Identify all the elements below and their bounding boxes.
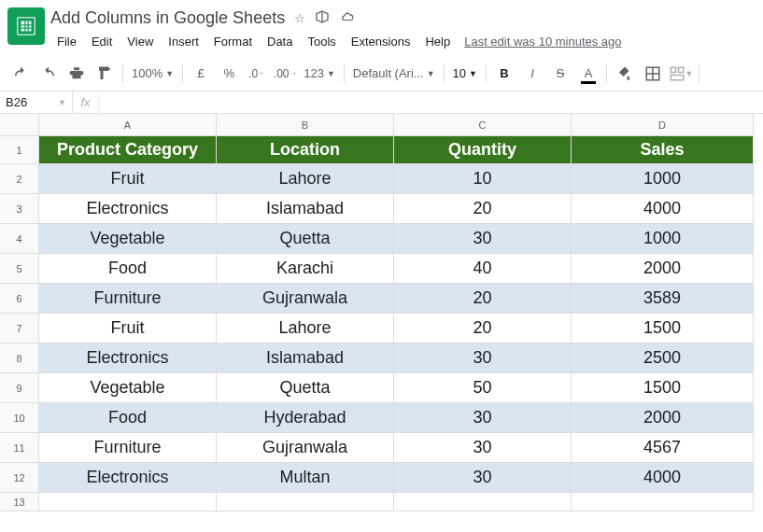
data-cell[interactable]: 30 <box>394 224 572 254</box>
menu-insert[interactable]: Insert <box>162 33 205 50</box>
fill-color-icon[interactable] <box>612 61 638 87</box>
data-cell[interactable]: 50 <box>394 373 572 403</box>
data-cell[interactable]: 1500 <box>572 314 754 343</box>
percent-button[interactable]: % <box>216 61 242 87</box>
paint-format-icon[interactable] <box>92 61 118 87</box>
empty-cell[interactable] <box>217 493 394 511</box>
header-cell[interactable]: Product Category <box>39 136 217 164</box>
menu-tools[interactable]: Tools <box>301 33 342 50</box>
empty-cell[interactable] <box>572 493 754 511</box>
select-all-corner[interactable] <box>0 114 39 136</box>
undo-icon[interactable] <box>7 61 34 87</box>
menu-view[interactable]: View <box>120 33 160 50</box>
data-cell[interactable]: 4567 <box>572 433 754 463</box>
font-selector[interactable]: Default (Ari...▼ <box>349 61 439 87</box>
data-cell[interactable]: 20 <box>394 314 572 343</box>
column-header[interactable]: C <box>394 114 572 136</box>
data-cell[interactable]: Fruit <box>39 314 217 343</box>
data-cell[interactable]: 3589 <box>572 284 754 314</box>
last-edit-link[interactable]: Last edit was 10 minutes ago <box>464 35 621 49</box>
data-cell[interactable]: 2500 <box>572 343 754 373</box>
header-cell[interactable]: Quantity <box>394 136 572 164</box>
strikethrough-button[interactable]: S <box>547 61 573 87</box>
data-cell[interactable]: 10 <box>394 164 572 194</box>
menu-file[interactable]: File <box>50 33 83 50</box>
data-cell[interactable]: 30 <box>394 433 572 463</box>
data-cell[interactable]: Islamabad <box>217 343 394 373</box>
menu-data[interactable]: Data <box>261 33 299 50</box>
row-header[interactable]: 5 <box>0 254 39 284</box>
data-cell[interactable]: Lahore <box>217 164 394 194</box>
data-cell[interactable]: Multan <box>217 463 394 493</box>
column-header[interactable]: B <box>217 114 394 136</box>
empty-cell[interactable] <box>394 493 572 511</box>
decrease-decimals-button[interactable]: .0← <box>244 61 270 87</box>
menu-help[interactable]: Help <box>418 33 457 50</box>
data-cell[interactable]: Electronics <box>39 194 217 224</box>
data-cell[interactable]: 30 <box>394 343 572 373</box>
menu-extensions[interactable]: Extensions <box>345 33 417 50</box>
row-header[interactable]: 2 <box>0 164 39 194</box>
data-cell[interactable]: Quetta <box>217 373 394 403</box>
menu-edit[interactable]: Edit <box>85 33 119 50</box>
data-cell[interactable]: Hyderabad <box>217 403 394 433</box>
row-header[interactable]: 8 <box>0 343 39 373</box>
data-cell[interactable]: Food <box>39 403 217 433</box>
data-cell[interactable]: Vegetable <box>39 224 217 254</box>
borders-icon[interactable] <box>640 61 666 87</box>
row-header[interactable]: 1 <box>0 136 39 164</box>
increase-decimals-button[interactable]: .00→ <box>272 61 298 87</box>
row-header[interactable]: 12 <box>0 463 39 493</box>
move-icon[interactable] <box>315 9 330 27</box>
data-cell[interactable]: Quetta <box>217 224 394 254</box>
row-header[interactable]: 10 <box>0 403 39 433</box>
row-header[interactable]: 9 <box>0 373 39 403</box>
data-cell[interactable]: 2000 <box>572 403 754 433</box>
data-cell[interactable]: 20 <box>394 194 572 224</box>
zoom-selector[interactable]: 100%▼ <box>128 61 177 87</box>
column-header[interactable]: D <box>572 114 754 136</box>
row-header[interactable]: 4 <box>0 224 39 254</box>
data-cell[interactable]: Lahore <box>217 314 394 343</box>
data-cell[interactable]: Food <box>39 254 217 284</box>
merge-cells-icon[interactable]: ▼ <box>668 61 694 87</box>
menu-format[interactable]: Format <box>207 33 259 50</box>
empty-cell[interactable] <box>39 493 217 511</box>
data-cell[interactable]: Furniture <box>39 433 217 463</box>
row-header[interactable]: 7 <box>0 314 39 343</box>
data-cell[interactable]: Electronics <box>39 343 217 373</box>
column-header[interactable]: A <box>39 114 217 136</box>
more-formats-button[interactable]: 123▼ <box>300 61 339 87</box>
currency-button[interactable]: £ <box>188 61 214 87</box>
name-box[interactable]: B26▼ <box>0 91 73 113</box>
print-icon[interactable] <box>64 61 90 87</box>
data-cell[interactable]: Vegetable <box>39 373 217 403</box>
data-cell[interactable]: 4000 <box>572 194 754 224</box>
data-cell[interactable]: 30 <box>394 463 572 493</box>
header-cell[interactable]: Sales <box>572 136 754 164</box>
data-cell[interactable]: Islamabad <box>217 194 394 224</box>
data-cell[interactable]: 30 <box>394 403 572 433</box>
text-color-button[interactable]: A <box>575 61 601 87</box>
document-title[interactable]: Add Columns in Google Sheets <box>50 8 285 28</box>
data-cell[interactable]: Electronics <box>39 463 217 493</box>
header-cell[interactable]: Location <box>217 136 394 164</box>
data-cell[interactable]: 2000 <box>572 254 754 284</box>
data-cell[interactable]: Gujranwala <box>217 284 394 314</box>
font-size-selector[interactable]: 10▼ <box>449 61 481 87</box>
data-cell[interactable]: 40 <box>394 254 572 284</box>
redo-icon[interactable] <box>35 61 62 87</box>
data-cell[interactable]: Gujranwala <box>217 433 394 463</box>
row-header[interactable]: 6 <box>0 284 39 314</box>
data-cell[interactable]: Fruit <box>39 164 217 194</box>
data-cell[interactable]: Karachi <box>217 254 394 284</box>
data-cell[interactable]: Furniture <box>39 284 217 314</box>
data-cell[interactable]: 1000 <box>572 224 754 254</box>
row-header[interactable]: 11 <box>0 433 39 463</box>
formula-bar[interactable] <box>99 91 763 113</box>
star-icon[interactable]: ☆ <box>294 11 305 25</box>
row-header[interactable]: 3 <box>0 194 39 224</box>
data-cell[interactable]: 20 <box>394 284 572 314</box>
data-cell[interactable]: 4000 <box>572 463 754 493</box>
spreadsheet-grid[interactable]: ABCD1Product CategoryLocationQuantitySal… <box>0 114 763 511</box>
